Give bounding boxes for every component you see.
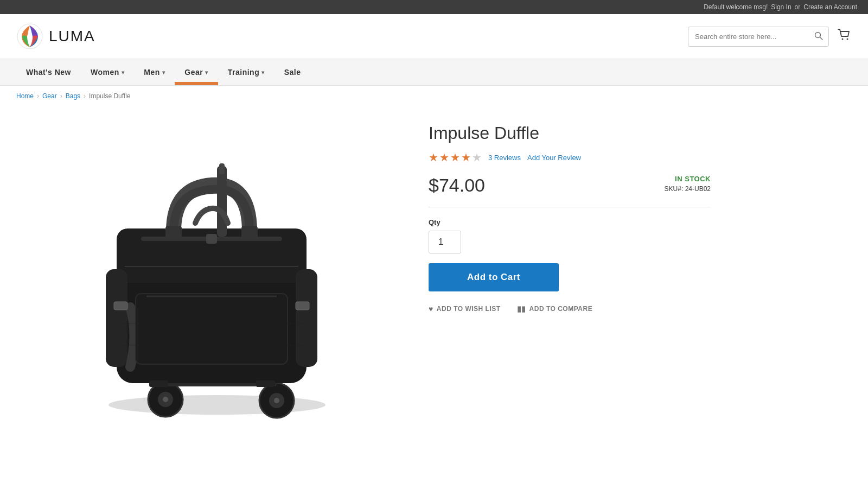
or-separator: or — [795, 3, 801, 11]
svg-point-4 — [847, 39, 848, 40]
main-nav: What's New Women ▾ Men ▾ Gear ▾ Training… — [0, 59, 868, 86]
nav-women[interactable]: Women ▾ — [81, 59, 134, 85]
svg-rect-22 — [136, 294, 288, 364]
nav-training[interactable]: Training ▾ — [218, 59, 275, 85]
svg-rect-20 — [165, 226, 182, 239]
sign-in-link[interactable]: Sign In — [771, 3, 791, 11]
rating-row: ★ ★ ★ ★ ★ 3 Reviews Add Your Review — [429, 151, 711, 164]
add-to-cart-button[interactable]: Add to Cart — [429, 263, 559, 291]
search-input[interactable] — [688, 28, 809, 45]
svg-rect-27 — [296, 302, 309, 310]
product-page: Impulse Duffle ★ ★ ★ ★ ★ 3 Reviews Add Y… — [0, 106, 760, 465]
qty-input[interactable] — [429, 231, 461, 253]
compare-icon: ▮▮ — [517, 304, 526, 313]
action-links: ♥ ADD TO WISH LIST ▮▮ ADD TO COMPARE — [429, 304, 711, 313]
product-image-area — [16, 117, 407, 443]
top-bar: Default welcome msg! Sign In or Create a… — [0, 0, 868, 14]
product-info: Impulse Duffle ★ ★ ★ ★ ★ 3 Reviews Add Y… — [429, 117, 711, 443]
reviews-link[interactable]: 3 Reviews — [488, 154, 521, 162]
svg-point-3 — [842, 39, 844, 40]
star-rating: ★ ★ ★ ★ ★ — [429, 151, 482, 164]
chevron-down-icon: ▾ — [162, 69, 165, 75]
heart-icon: ♥ — [429, 304, 433, 313]
logo-text: LUMA — [49, 28, 95, 45]
chevron-down-icon: ▾ — [122, 69, 125, 75]
svg-point-11 — [274, 398, 279, 403]
svg-point-0 — [17, 24, 42, 49]
chevron-down-icon: ▾ — [261, 69, 265, 75]
svg-rect-28 — [149, 380, 168, 387]
product-image-svg — [65, 134, 358, 427]
qty-label: Qty — [429, 218, 711, 226]
breadcrumb: Home › Gear › Bags › Impulse Duffle — [0, 86, 868, 106]
nav-men[interactable]: Men ▾ — [134, 59, 175, 85]
breadcrumb-gear[interactable]: Gear — [42, 92, 57, 100]
svg-rect-21 — [241, 226, 258, 239]
breadcrumb-separator: › — [60, 92, 62, 100]
star-5: ★ — [472, 151, 482, 164]
svg-rect-26 — [114, 302, 127, 310]
product-title: Impulse Duffle — [429, 123, 711, 143]
add-to-wish-list-link[interactable]: ♥ ADD TO WISH LIST — [429, 304, 501, 313]
star-2: ★ — [439, 151, 449, 164]
create-account-link[interactable]: Create an Account — [803, 3, 857, 11]
stock-sku: IN STOCK SKU#: 24-UB02 — [665, 175, 711, 193]
add-to-compare-link[interactable]: ▮▮ ADD TO COMPARE — [517, 304, 593, 313]
add-review-link[interactable]: Add Your Review — [527, 154, 581, 162]
star-1: ★ — [429, 151, 438, 164]
search-icon — [814, 31, 823, 40]
in-stock-badge: IN STOCK — [665, 175, 711, 183]
product-price: $74.00 — [429, 175, 485, 196]
search-button[interactable] — [809, 27, 828, 46]
svg-point-8 — [163, 397, 168, 402]
nav-whats-new[interactable]: What's New — [16, 59, 81, 85]
luma-logo-icon — [16, 23, 43, 50]
product-image — [54, 128, 369, 432]
header-right — [688, 27, 852, 47]
breadcrumb-home[interactable]: Home — [16, 92, 34, 100]
cart-icon — [837, 27, 852, 42]
star-3: ★ — [450, 151, 460, 164]
svg-line-2 — [820, 37, 823, 40]
svg-rect-30 — [217, 166, 227, 237]
breadcrumb-current: Impulse Duffle — [89, 92, 130, 100]
site-header: LUMA — [0, 14, 868, 59]
product-sku: SKU#: 24-UB02 — [665, 185, 711, 193]
nav-sale[interactable]: Sale — [275, 59, 311, 85]
welcome-message: Default welcome msg! — [704, 3, 768, 11]
nav-gear[interactable]: Gear ▾ — [175, 59, 218, 85]
svg-rect-16 — [106, 269, 127, 367]
breadcrumb-bags[interactable]: Bags — [66, 92, 80, 100]
cart-button[interactable] — [837, 27, 852, 46]
svg-rect-31 — [219, 163, 225, 174]
search-box[interactable] — [688, 27, 829, 47]
svg-rect-17 — [296, 269, 317, 367]
svg-rect-29 — [256, 380, 275, 387]
star-4: ★ — [461, 151, 471, 164]
breadcrumb-separator: › — [84, 92, 86, 100]
price-row: $74.00 IN STOCK SKU#: 24-UB02 — [429, 175, 711, 207]
chevron-down-icon: ▾ — [205, 69, 208, 75]
logo-area[interactable]: LUMA — [16, 23, 95, 50]
breadcrumb-separator: › — [37, 92, 39, 100]
svg-rect-19 — [206, 234, 217, 244]
